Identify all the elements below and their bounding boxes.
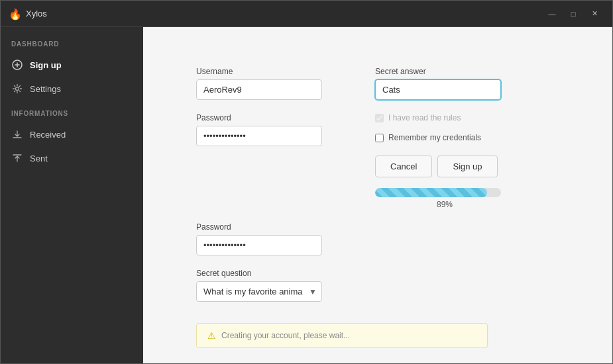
username-label: Username	[196, 67, 335, 76]
svg-point-1	[16, 87, 19, 91]
read-rules-group: I have read the rules	[375, 113, 514, 122]
secret-answer-group: Secret answer	[375, 67, 514, 100]
close-button[interactable]: ✕	[585, 6, 604, 22]
password1-label: Password	[196, 113, 335, 122]
progress-label: 89%	[375, 200, 514, 209]
secret-question-group: Secret question What is my favorite anim…	[196, 269, 335, 302]
remember-credentials-checkbox[interactable]	[375, 134, 384, 142]
read-rules-label: I have read the rules	[388, 113, 461, 122]
maximize-button[interactable]: □	[563, 6, 583, 22]
password1-input[interactable]	[196, 126, 322, 146]
status-message: ⚠ Creating your account, please wait...	[196, 323, 488, 348]
password2-label: Password	[196, 222, 335, 232]
read-rules-checkbox[interactable]	[375, 114, 384, 122]
sent-icon	[11, 152, 23, 164]
window-controls: — □ ✕	[542, 6, 604, 22]
secret-answer-label: Secret answer	[375, 67, 514, 76]
sidebar-item-settings[interactable]: Settings	[1, 77, 143, 101]
status-text: Creating your account, please wait...	[221, 331, 350, 340]
signup-button[interactable]: Sign up	[437, 156, 497, 177]
sidebar: DASHBOARD Sign up Settings	[1, 27, 143, 363]
right-options-col: I have read the rules Remember my creden…	[375, 113, 514, 209]
remember-credentials-group: Remember my credentials	[375, 133, 514, 142]
minimize-button[interactable]: —	[542, 6, 562, 22]
form-buttons: Cancel Sign up	[375, 156, 514, 177]
app-window: 🔥 Xylos — □ ✕ DASHBOARD Sign up	[0, 0, 613, 364]
sidebar-item-received[interactable]: Received	[1, 122, 143, 146]
signup-form: Username Secret answer Password I have r…	[196, 67, 514, 302]
sidebar-settings-label: Settings	[30, 84, 61, 94]
app-icon: 🔥	[9, 8, 21, 20]
username-group: Username	[196, 67, 335, 100]
secret-question-select[interactable]: What is my favorite animal? What is your…	[196, 281, 322, 302]
app-title: Xylos	[26, 9, 542, 19]
main-layout: DASHBOARD Sign up Settings	[1, 27, 612, 363]
content-area: Username Secret answer Password I have r…	[143, 27, 612, 363]
remember-credentials-label: Remember my credentials	[388, 133, 481, 142]
sidebar-signup-label: Sign up	[30, 60, 62, 70]
sidebar-received-label: Received	[30, 130, 66, 140]
sidebar-sent-label: Sent	[30, 154, 48, 163]
informations-section-label: INFORMATIONS	[1, 110, 143, 117]
received-icon	[11, 128, 23, 140]
password2-input[interactable]	[196, 235, 322, 255]
secret-question-select-wrapper: What is my favorite animal? What is your…	[196, 281, 322, 302]
sidebar-item-sent[interactable]: Sent	[1, 146, 143, 170]
progress-section: 89%	[375, 188, 514, 209]
progress-bar-fill	[375, 188, 487, 197]
signup-icon	[11, 59, 23, 71]
secret-question-label: Secret question	[196, 269, 335, 278]
password2-group: Password	[196, 222, 335, 255]
warning-icon: ⚠	[207, 330, 216, 341]
titlebar: 🔥 Xylos — □ ✕	[1, 1, 612, 27]
password1-group: Password	[196, 113, 335, 209]
sidebar-item-signup[interactable]: Sign up	[1, 53, 143, 77]
username-input[interactable]	[196, 79, 322, 100]
settings-icon	[11, 83, 23, 95]
cancel-button[interactable]: Cancel	[375, 156, 432, 177]
progress-bar-wrapper	[375, 188, 501, 197]
secret-answer-input[interactable]	[375, 79, 501, 100]
dashboard-section-label: DASHBOARD	[1, 40, 143, 48]
